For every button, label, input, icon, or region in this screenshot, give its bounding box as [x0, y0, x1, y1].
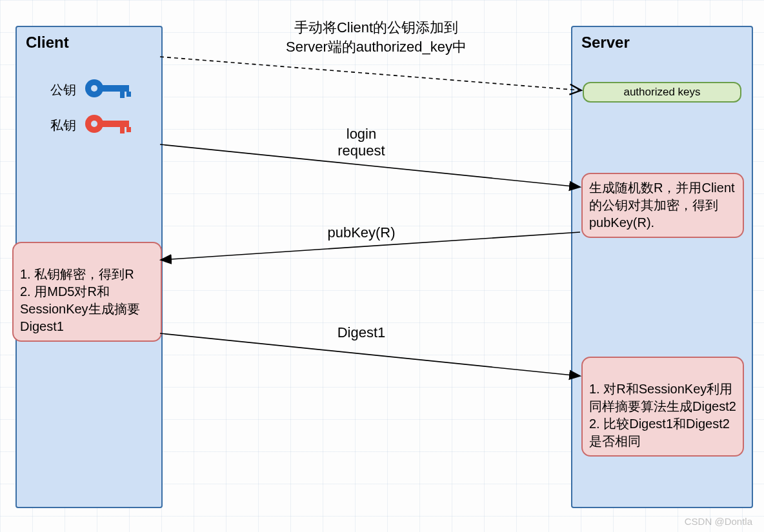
svg-rect-9 [126, 127, 131, 132]
svg-point-1 [91, 85, 97, 92]
digest1-label: Digest1 [319, 324, 403, 341]
watermark: CSDN @Dontla [685, 516, 752, 527]
pubkey-r-label: pubKey(R) [310, 224, 413, 241]
private-key-row: 私钥 [50, 111, 133, 140]
svg-rect-7 [102, 121, 129, 127]
svg-rect-8 [120, 127, 125, 133]
server-verify-step: 1. 对R和SessionKey利用同样摘要算法生成Digest2 2. 比较D… [581, 357, 744, 457]
svg-point-6 [91, 121, 97, 127]
svg-rect-3 [120, 92, 125, 98]
manual-add-annotation: 手动将Client的公钥添加到 Server端的authorized_key中 [244, 18, 508, 57]
client-title: Client [17, 27, 161, 58]
client-decrypt-text: 1. 私钥解密，得到R 2. 用MD5对R和SessionKey生成摘要Dige… [20, 267, 140, 333]
svg-rect-2 [102, 85, 129, 92]
public-key-label: 公钥 [50, 81, 76, 99]
private-key-icon [83, 111, 133, 140]
login-request-label: login request [316, 126, 407, 159]
svg-rect-4 [126, 92, 131, 97]
server-title: Server [572, 27, 752, 58]
server-gen-r-step: 生成随机数R，并用Client的公钥对其加密，得到pubKey(R). [581, 173, 744, 238]
server-gen-r-text: 生成随机数R，并用Client的公钥对其加密，得到pubKey(R). [589, 181, 735, 230]
authorized-keys-label: authorized keys [623, 86, 700, 98]
public-key-row: 公钥 [50, 75, 133, 104]
public-key-icon [83, 75, 133, 104]
client-decrypt-step: 1. 私钥解密，得到R 2. 用MD5对R和SessionKey生成摘要Dige… [12, 242, 162, 342]
private-key-label: 私钥 [50, 117, 76, 134]
authorized-keys-box: authorized keys [583, 82, 741, 103]
server-verify-text: 1. 对R和SessionKey利用同样摘要算法生成Digest2 2. 比较D… [589, 382, 736, 448]
